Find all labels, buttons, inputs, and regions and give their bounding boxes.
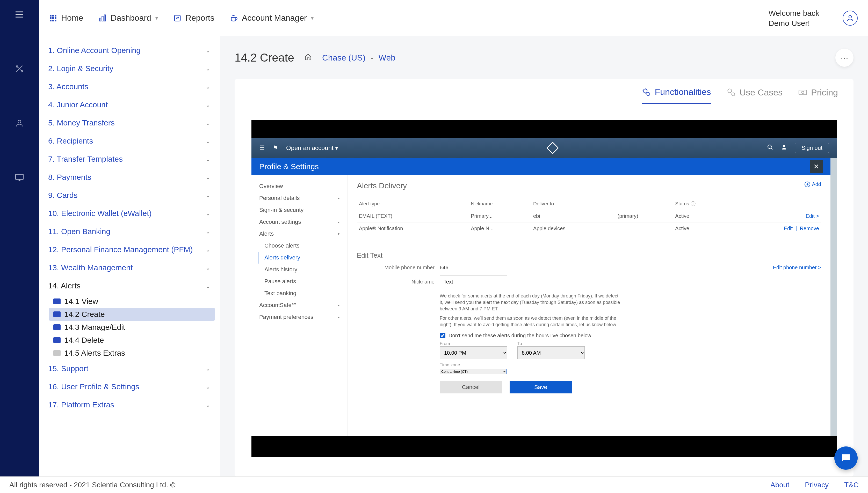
breadcrumb-link-chase[interactable]: Chase (US) - Web [322,53,396,63]
chevron-down-icon: ⌄ [205,65,210,72]
subitem-14-3[interactable]: 14.3 Manage/Edit [39,321,220,334]
ps-side-delivery[interactable]: Alerts delivery [258,252,341,263]
save-button[interactable]: Save [510,381,572,393]
chat-bubble-button[interactable] [834,446,857,470]
tab-usecases[interactable]: Use Cases [727,87,783,104]
subitem-label: 14.5 Alerts Extras [64,349,125,358]
home-icon[interactable] [304,53,312,63]
chevron-down-icon: ▾ [311,15,314,21]
open-account-link[interactable]: Open an account ▾ [286,144,338,152]
person-icon[interactable] [14,118,25,128]
sidebar-item[interactable]: 9. Cards⌄ [39,186,220,204]
checkbox-label: Don't send me these alerts during the ho… [448,333,591,339]
svg-point-25 [728,89,731,93]
nav-reports[interactable]: Reports [174,13,215,23]
tab-pricing[interactable]: Pricing [798,87,838,104]
svg-rect-1 [52,15,54,16]
footer-about[interactable]: About [770,481,789,489]
subitem-14-5[interactable]: 14.5 Alerts Extras [39,347,220,360]
edit-phone-link[interactable]: Edit phone number > [773,264,821,271]
subitem-14-2[interactable]: 14.2 Create [49,308,215,321]
bar-chart-icon [99,14,106,22]
user-avatar-button[interactable] [843,10,857,26]
svg-rect-9 [100,18,101,21]
sidebar-item[interactable]: 1. Online Account Opening⌄ [39,41,220,60]
nav-dashboard[interactable]: Dashboard ▾ [99,13,158,23]
usecases-icon [727,88,736,97]
sidebar-item[interactable]: 4. Junior Account⌄ [39,96,220,114]
sidebar-item[interactable]: 3. Accounts⌄ [39,78,220,96]
sidebar-item-alerts[interactable]: 14. Alerts ⌃ [39,277,220,295]
more-button[interactable]: ⋯ [835,49,853,67]
remove-link[interactable]: Remove [800,226,819,231]
ps-side-overview[interactable]: Overview [258,180,341,192]
ps-side-accountsafe[interactable]: AccountSafe℠▸ [258,299,341,311]
sidebar-tree: 1. Online Account Opening⌄2. Login & Sec… [39,0,220,476]
svg-point-23 [643,89,647,93]
add-link[interactable]: +Add [805,181,821,187]
ps-side-history[interactable]: Alerts history [258,263,341,276]
folder-icon [53,299,61,304]
subitem-14-4[interactable]: 14.4 Delete [39,334,220,347]
sidebar-item[interactable]: 5. Money Transfers⌄ [39,114,220,132]
sidebar-item[interactable]: 8. Payments⌄ [39,168,220,186]
ps-side-payment[interactable]: Payment preferences▸ [258,311,341,323]
ps-side-pause[interactable]: Pause alerts [258,276,341,287]
ps-side-account-settings[interactable]: Account settings▸ [258,216,341,228]
flag-icon[interactable]: ⚑ [273,144,278,152]
profile-icon[interactable] [781,144,787,152]
chevron-right-icon: ▸ [338,315,340,319]
sidebar-item-label: 16. User Profile & Settings [48,382,139,391]
footer-privacy[interactable]: Privacy [805,481,829,489]
nav-dashboard-label: Dashboard [110,13,151,23]
subitem-14-1[interactable]: 14.1 View [39,295,220,308]
edit-link[interactable]: Edit > [806,213,819,219]
nickname-input[interactable] [440,275,507,288]
signout-button[interactable]: Sign out [795,143,829,153]
sidebar-item[interactable]: 17. Platform Extras⌄ [39,396,220,414]
search-icon[interactable] [767,144,773,152]
sidebar-item[interactable]: 6. Recipients⌄ [39,132,220,150]
hamburger-icon[interactable]: ☰ [259,144,265,152]
info-icon[interactable]: ⓘ [691,201,695,207]
sidebar-item-label: 2. Login & Security [48,64,114,73]
chevron-down-icon: ⌄ [205,83,210,90]
cancel-button[interactable]: Cancel [440,381,502,393]
ps-side-textbank[interactable]: Text banking [258,287,341,299]
from-select[interactable]: 10:00 PM [440,346,507,359]
subitem-label: 14.4 Delete [64,336,104,345]
nav-account-manager[interactable]: Account Manager ▾ [230,13,314,23]
sidebar-item[interactable]: 10. Electronic Wallet (eWallet)⌄ [39,204,220,222]
sidebar-item[interactable]: 2. Login & Security⌄ [39,60,220,78]
scrollbar[interactable] [830,158,837,436]
edit-link[interactable]: Edit [784,226,793,231]
menu-icon[interactable] [14,9,25,20]
timezone-select[interactable]: Central time (CT) [440,369,507,374]
nav-home[interactable]: Home [49,13,83,23]
ps-side-choose[interactable]: Choose alerts [258,240,341,252]
sidebar-item[interactable]: 16. User Profile & Settings⌄ [39,378,220,396]
close-icon[interactable]: ✕ [810,160,823,173]
ps-side-alerts[interactable]: Alerts▾ [258,228,341,240]
svg-rect-3 [50,17,52,19]
cell: Primary... [469,210,531,222]
svg-rect-5 [55,17,56,19]
ps-side-personal[interactable]: Personal details▸ [258,192,341,204]
chevron-down-icon: ⌄ [205,264,210,271]
tab-functionalities[interactable]: Functionalities [642,87,711,104]
chevron-down-icon: ⌄ [205,401,210,408]
page-title: 14.2 Create [235,51,294,64]
ps-side-signin[interactable]: Sign-in & security [258,204,341,216]
dont-send-checkbox[interactable] [440,333,445,338]
monitor-icon[interactable] [14,172,25,183]
sidebar-item[interactable]: 13. Wealth Management⌄ [39,259,220,277]
sidebar-item[interactable]: 15. Support⌄ [39,360,220,378]
footer-tc[interactable]: T&C [844,481,859,489]
sidebar-item[interactable]: 12. Personal Finance Management (PFM)⌄ [39,240,220,259]
sidebar-item[interactable]: 7. Transfer Templates⌄ [39,150,220,168]
cell: Apple devices [531,222,615,235]
sidebar-item[interactable]: 11. Open Banking⌄ [39,222,220,240]
tools-icon[interactable] [14,64,25,74]
main-content: 14.2 Create Chase (US) - Web ⋯ Functiona… [220,0,868,476]
to-select[interactable]: 8:00 AM [518,346,585,359]
